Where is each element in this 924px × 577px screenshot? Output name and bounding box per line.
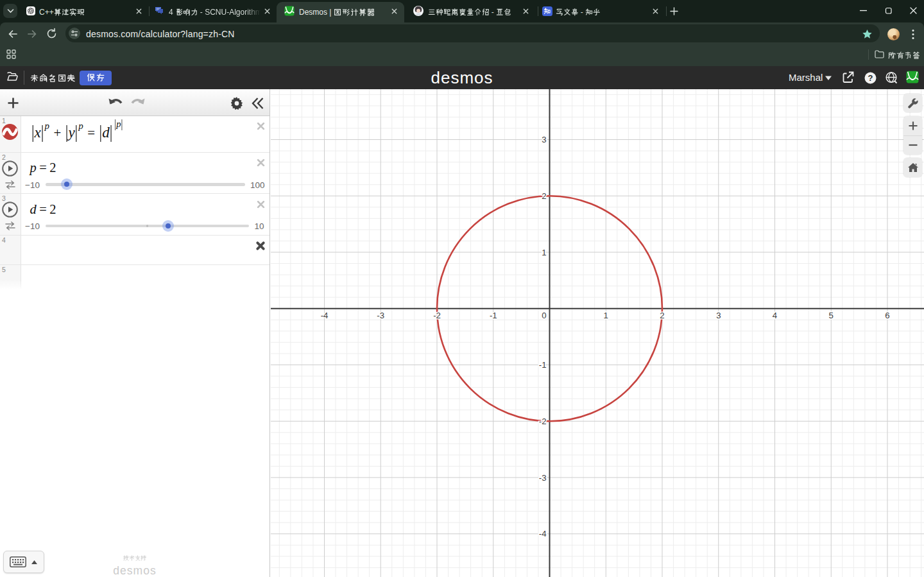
svg-text:3: 3 — [542, 135, 546, 144]
svg-text:2: 2 — [660, 311, 664, 320]
svg-text:-4: -4 — [321, 311, 329, 320]
svg-text:3: 3 — [716, 311, 721, 320]
svg-text:6: 6 — [885, 311, 889, 320]
svg-text:1: 1 — [542, 248, 546, 257]
svg-text:0: 0 — [542, 311, 546, 320]
svg-text:-3: -3 — [539, 473, 547, 483]
svg-text:-2: -2 — [433, 311, 441, 320]
svg-text:-1: -1 — [539, 360, 547, 370]
svg-text:-1: -1 — [490, 311, 497, 320]
svg-text:2: 2 — [542, 191, 546, 201]
svg-text:5: 5 — [829, 311, 834, 320]
svg-text:-4: -4 — [539, 529, 547, 538]
svg-text:-2: -2 — [539, 417, 547, 426]
svg-text:4: 4 — [773, 311, 777, 320]
svg-text:-3: -3 — [377, 311, 384, 320]
svg-text:1: 1 — [604, 311, 608, 320]
svg-text:?: ? — [868, 73, 873, 83]
